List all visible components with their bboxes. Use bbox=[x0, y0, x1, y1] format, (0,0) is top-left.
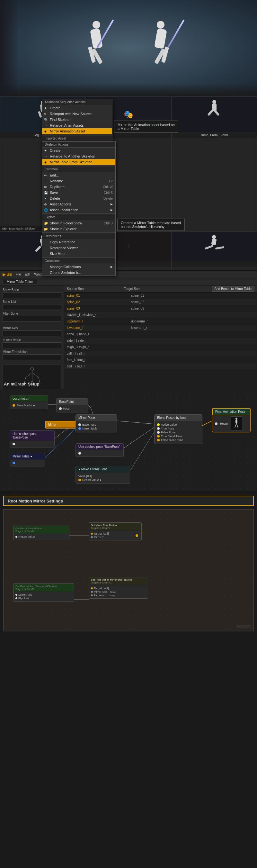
ctx2-copy-ref[interactable]: Copy Reference bbox=[42, 239, 115, 245]
editor-tab[interactable]: Mirror Table Editor bbox=[3, 279, 37, 284]
ctx-mirror-animation[interactable]: ◈Mirror Animation Asset bbox=[42, 128, 112, 134]
blend-active-value-pin: Active Value bbox=[157, 423, 199, 426]
prop-filter-bone: Filter Bone bbox=[3, 312, 61, 322]
ctx2-show-folder[interactable]: 📁Show in Folder ViewCtrl+B bbox=[42, 220, 115, 226]
final-anim-header: Final Animation Pose bbox=[212, 408, 250, 415]
table-row: clavicle_l | clavicle_r bbox=[64, 312, 257, 318]
ctx-tooltip-mirror-table: Creates a Mirror Table template based on… bbox=[117, 219, 185, 231]
ctx2-header-skeleton: Skeleton Actions bbox=[42, 142, 115, 148]
blend-poses-header: Blend Poses by bool bbox=[155, 415, 202, 421]
ctx2-retarget-skeleton[interactable]: →Retarget to Another Skeleton bbox=[42, 153, 115, 159]
table-row: foot_l / foot_r bbox=[64, 357, 257, 363]
node-final-animation-pose[interactable]: Final Animation Pose Result bbox=[212, 408, 251, 432]
set-mirror-mirror-pin: Mirror □ bbox=[91, 535, 109, 539]
node-base-pose-pin: Base Pose bbox=[78, 423, 115, 426]
table-row: spine_03spine_03 bbox=[64, 305, 257, 312]
set-rm-flip-target-pin: Target [self] bbox=[91, 587, 146, 590]
svg-line-14 bbox=[130, 432, 154, 471]
node-set-root-motion-flip[interactable]: Set Root Motion Mirror and Flip Axis Tar… bbox=[89, 577, 148, 598]
node-make-literal-float[interactable]: ● Make Literal Float Value [0.1] Return … bbox=[75, 466, 130, 484]
ctx-reimport-new[interactable]: ↺Reimport with New Source bbox=[42, 111, 112, 117]
bone-table-scroll[interactable]: spine_01spine_01 spine_02spine_02 spine_… bbox=[64, 292, 257, 399]
mirror-table-header: Mirror Table ● bbox=[10, 453, 45, 460]
ctx2-size-map[interactable]: Size Map... bbox=[42, 251, 115, 256]
table-row: upperarm_lupperarm_r bbox=[64, 318, 257, 325]
node-basepoint[interactable]: BasePoint Pose bbox=[56, 398, 88, 412]
ctx2-manage-collections[interactable]: Manage Collections▶ bbox=[42, 264, 115, 270]
top-viewport bbox=[0, 0, 257, 96]
final-anim-preview bbox=[231, 416, 242, 431]
table-row: ball_l / ball_r bbox=[64, 363, 257, 370]
col-source: Source Bone bbox=[67, 287, 86, 290]
ctx2-edit[interactable]: ✏Edit... bbox=[42, 172, 115, 178]
ctx2-asset-localization[interactable]: 🌐Asset Localization▶ bbox=[42, 207, 115, 213]
svg-line-3 bbox=[32, 373, 38, 377]
set-mirror-rm-header: Set Mirror Root Motion Target: is CharPr bbox=[89, 523, 141, 531]
node-cached-pose-2[interactable]: Use cached pose 'BasePose' bbox=[75, 443, 124, 457]
node-basepoint-header: BasePoint bbox=[57, 399, 88, 405]
ctx-find-skeleton[interactable]: 🔍Find Skeleton bbox=[42, 117, 112, 123]
get-rm-flip-header: Get Root Motion Mirror and Flip Axis Tar… bbox=[13, 584, 74, 592]
cached-pose-2-pin bbox=[78, 452, 121, 455]
node-set-mirror-root-motion[interactable]: Set Mirror Root Motion Target: is CharPr… bbox=[89, 522, 142, 540]
svg-point-0 bbox=[31, 367, 34, 370]
mirror-table-editor: ▶ UE File Edit Window Help Mirror Table … bbox=[0, 270, 257, 379]
ctx2-opens-skeleton[interactable]: Opens Skeleton b... bbox=[42, 270, 115, 276]
ctx-header-imported: Imported Asset bbox=[42, 136, 112, 142]
add-bones-button[interactable]: Add Bones to Mirror Table bbox=[212, 286, 254, 291]
blend-true-time-pin: True Blend Time bbox=[157, 435, 199, 438]
svg-rect-17 bbox=[235, 420, 237, 424]
cached-pose-1-header: Use cached pose 'BasePose' bbox=[10, 431, 54, 441]
node-locomotion-header: Locomotion bbox=[10, 396, 48, 402]
set-rm-flip-mirror-pin: Mirror Axis None bbox=[91, 590, 146, 593]
node-mirror-pose[interactable]: Mirror Pose Base Pose Mirror Table bbox=[75, 414, 117, 432]
context-menu-skeleton[interactable]: Skeleton Actions ★Create →Retarget to An… bbox=[42, 142, 116, 276]
node-mirror-pose-header: Mirror Pose bbox=[76, 415, 117, 421]
col-target: Target Bone bbox=[124, 287, 141, 290]
node-locomotion[interactable]: Locomotion State Machine bbox=[10, 395, 48, 409]
animgraph-canvas[interactable]: Locomotion State Machine BasePoint Pose … bbox=[0, 389, 257, 492]
node-cached-pose-1[interactable]: Use cached pose 'BasePose' bbox=[10, 431, 55, 447]
asset-cell-5[interactable] bbox=[171, 231, 257, 270]
ctx2-delete[interactable]: ✕DeleteDelete bbox=[42, 195, 115, 201]
final-anim-pin: Result bbox=[215, 422, 228, 425]
toolbar-file[interactable]: File bbox=[16, 273, 21, 276]
make-float-return-pin: Return Value ● bbox=[78, 478, 127, 482]
ctx-tooltip-mirror-anim: Mirror this Animation asset based on a M… bbox=[114, 121, 178, 133]
node-get-mirror-root-motion[interactable]: Get Mirror Root Motion Target: is CharPr… bbox=[13, 526, 69, 540]
ctx2-ref-viewer[interactable]: Reference Viewer... bbox=[42, 245, 115, 251]
prop-mirror-axis: Mirror Axis bbox=[3, 326, 61, 336]
cached-pose-2-header: Use cached pose 'BasePose' bbox=[76, 444, 123, 450]
svg-line-15 bbox=[202, 421, 212, 426]
prop-axis-value: In Axis Value bbox=[3, 338, 61, 348]
ctx2-mirror-table[interactable]: ◈Mirror Table From Skeleton bbox=[42, 159, 115, 165]
asset-browser: Jog_Rt_Rifle 🎭 Jump_From_Stand Animation… bbox=[0, 96, 257, 270]
asset-label-5 bbox=[171, 261, 257, 267]
ctx-create[interactable]: ★Create bbox=[42, 105, 112, 111]
ctx2-create[interactable]: ★Create bbox=[42, 148, 115, 153]
svg-line-18 bbox=[235, 424, 236, 428]
ctx2-header-references: References bbox=[42, 234, 115, 239]
table-row: spine_01spine_01 bbox=[64, 292, 257, 299]
toolbar-edit[interactable]: Edit bbox=[25, 273, 30, 276]
get-rm-flip-axis-pin: Flip Axis bbox=[15, 597, 72, 600]
ctx2-save[interactable]: 💾SaveCtrl+S bbox=[42, 190, 115, 195]
table-row: calf_l / calf_r bbox=[64, 350, 257, 357]
ctx2-rename[interactable]: TRenameF2 bbox=[42, 178, 115, 184]
prop-mirror-translation: Mirror Translation bbox=[3, 350, 61, 360]
blend-true-pose-pin: True Pose bbox=[157, 427, 199, 430]
ctx-header-anim-actions: Animation Sequence Actions bbox=[42, 99, 112, 105]
ctx2-show-explorer[interactable]: 📂Get Mirror Root MotionShow in Explorer bbox=[42, 226, 115, 232]
node-get-root-motion-flip[interactable]: Get Root Motion Mirror and Flip Axis Tar… bbox=[13, 584, 74, 601]
node-mirror-table-ref[interactable]: Mirror Table ● bbox=[10, 453, 45, 466]
table-row: side_l | side_r bbox=[64, 338, 257, 344]
node-blend-poses[interactable]: Blend Poses by bool Active Value True Po… bbox=[154, 414, 202, 444]
watermark: AVAXGFX bbox=[236, 625, 251, 628]
node-mirror[interactable]: Mirror bbox=[45, 421, 77, 429]
ctx2-asset-actions[interactable]: ⚙Asset Actions▶ bbox=[42, 201, 115, 207]
ctx2-duplicate[interactable]: ⊞DuplicateCtrl+W bbox=[42, 184, 115, 190]
root-motion-canvas[interactable]: Get Mirror Root Motion Target: is CharPr… bbox=[3, 509, 254, 631]
character-2 bbox=[141, 16, 180, 74]
blend-false-pose-pin: False Pose bbox=[157, 431, 199, 434]
ctx-retarget[interactable]: →Retarget Anim Assets bbox=[42, 123, 112, 128]
